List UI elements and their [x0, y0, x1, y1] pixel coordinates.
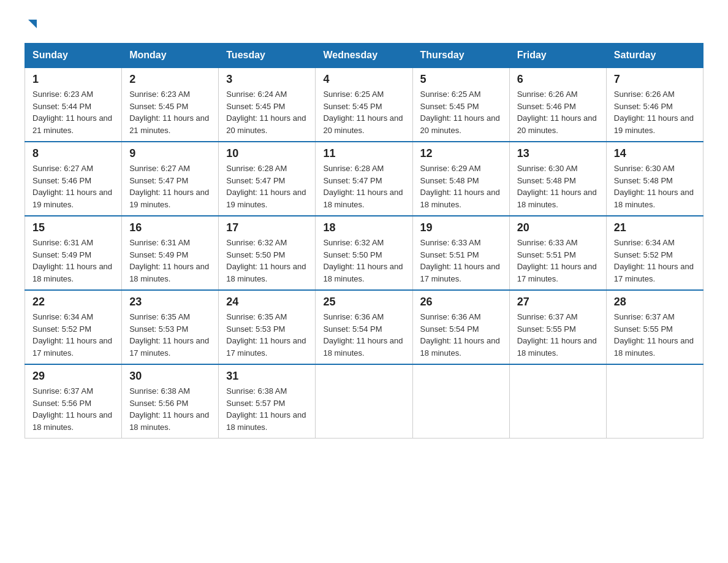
weekday-header-saturday: Saturday: [606, 44, 703, 68]
day-cell-9: 9Sunrise: 6:27 AMSunset: 5:47 PMDaylight…: [122, 142, 219, 216]
day-info: Sunrise: 6:30 AMSunset: 5:48 PMDaylight:…: [517, 163, 599, 210]
day-info: Sunrise: 6:37 AMSunset: 5:55 PMDaylight:…: [614, 311, 696, 359]
weekday-header-thursday: Thursday: [412, 44, 509, 68]
day-number: 25: [323, 296, 404, 308]
day-info: Sunrise: 6:38 AMSunset: 5:57 PMDaylight:…: [226, 385, 308, 433]
day-info: Sunrise: 6:37 AMSunset: 5:56 PMDaylight:…: [32, 385, 114, 433]
day-number: 20: [517, 221, 599, 234]
day-number: 17: [226, 221, 308, 234]
day-info: Sunrise: 6:23 AMSunset: 5:45 PMDaylight:…: [129, 88, 211, 136]
day-cell-23: 23Sunrise: 6:35 AMSunset: 5:53 PMDayligh…: [122, 290, 219, 364]
day-number: 6: [517, 73, 599, 86]
day-cell-14: 14Sunrise: 6:30 AMSunset: 5:48 PMDayligh…: [606, 142, 703, 216]
day-info: Sunrise: 6:23 AMSunset: 5:44 PMDaylight:…: [32, 88, 114, 136]
day-number: 28: [614, 296, 696, 308]
week-row-3: 15Sunrise: 6:31 AMSunset: 5:49 PMDayligh…: [25, 216, 703, 290]
day-info: Sunrise: 6:26 AMSunset: 5:46 PMDaylight:…: [614, 88, 696, 136]
day-number: 22: [32, 296, 114, 308]
page-header: [25, 18, 703, 31]
day-info: Sunrise: 6:30 AMSunset: 5:48 PMDaylight:…: [614, 163, 696, 210]
day-info: Sunrise: 6:35 AMSunset: 5:53 PMDaylight:…: [129, 311, 211, 359]
day-info: Sunrise: 6:28 AMSunset: 5:47 PMDaylight:…: [323, 163, 404, 210]
day-number: 2: [129, 73, 211, 86]
day-info: Sunrise: 6:27 AMSunset: 5:47 PMDaylight:…: [129, 163, 211, 210]
day-number: 29: [32, 370, 114, 383]
day-cell-26: 26Sunrise: 6:36 AMSunset: 5:54 PMDayligh…: [412, 290, 509, 364]
day-info: Sunrise: 6:29 AMSunset: 5:48 PMDaylight:…: [420, 163, 502, 210]
empty-cell: [606, 364, 703, 439]
day-info: Sunrise: 6:36 AMSunset: 5:54 PMDaylight:…: [323, 311, 404, 359]
day-number: 9: [129, 147, 211, 160]
day-cell-21: 21Sunrise: 6:34 AMSunset: 5:52 PMDayligh…: [606, 216, 703, 290]
day-number: 14: [614, 147, 696, 160]
week-row-5: 29Sunrise: 6:37 AMSunset: 5:56 PMDayligh…: [25, 364, 703, 439]
weekday-header-wednesday: Wednesday: [316, 44, 412, 68]
day-cell-18: 18Sunrise: 6:32 AMSunset: 5:50 PMDayligh…: [316, 216, 412, 290]
day-number: 27: [517, 296, 599, 308]
day-cell-24: 24Sunrise: 6:35 AMSunset: 5:53 PMDayligh…: [219, 290, 316, 364]
day-cell-10: 10Sunrise: 6:28 AMSunset: 5:47 PMDayligh…: [219, 142, 316, 216]
empty-cell: [412, 364, 509, 439]
day-cell-27: 27Sunrise: 6:37 AMSunset: 5:55 PMDayligh…: [509, 290, 606, 364]
day-info: Sunrise: 6:31 AMSunset: 5:49 PMDaylight:…: [32, 237, 114, 285]
day-cell-2: 2Sunrise: 6:23 AMSunset: 5:45 PMDaylight…: [122, 67, 219, 142]
day-number: 5: [420, 73, 502, 86]
week-row-2: 8Sunrise: 6:27 AMSunset: 5:46 PMDaylight…: [25, 142, 703, 216]
day-cell-19: 19Sunrise: 6:33 AMSunset: 5:51 PMDayligh…: [412, 216, 509, 290]
day-cell-3: 3Sunrise: 6:24 AMSunset: 5:45 PMDaylight…: [219, 67, 316, 142]
week-row-1: 1Sunrise: 6:23 AMSunset: 5:44 PMDaylight…: [25, 67, 703, 142]
day-number: 13: [517, 147, 599, 160]
weekday-header-row: SundayMondayTuesdayWednesdayThursdayFrid…: [25, 44, 703, 68]
day-cell-28: 28Sunrise: 6:37 AMSunset: 5:55 PMDayligh…: [606, 290, 703, 364]
day-cell-20: 20Sunrise: 6:33 AMSunset: 5:51 PMDayligh…: [509, 216, 606, 290]
day-number: 23: [129, 296, 211, 308]
weekday-header-sunday: Sunday: [25, 44, 122, 68]
day-info: Sunrise: 6:35 AMSunset: 5:53 PMDaylight:…: [226, 311, 308, 359]
day-number: 31: [226, 370, 308, 383]
day-cell-7: 7Sunrise: 6:26 AMSunset: 5:46 PMDaylight…: [606, 67, 703, 142]
weekday-header-monday: Monday: [122, 44, 219, 68]
svg-marker-0: [28, 20, 37, 28]
day-number: 7: [614, 73, 696, 86]
week-row-4: 22Sunrise: 6:34 AMSunset: 5:52 PMDayligh…: [25, 290, 703, 364]
day-cell-16: 16Sunrise: 6:31 AMSunset: 5:49 PMDayligh…: [122, 216, 219, 290]
day-info: Sunrise: 6:34 AMSunset: 5:52 PMDaylight:…: [614, 237, 696, 285]
day-number: 3: [226, 73, 308, 86]
day-number: 1: [32, 73, 114, 86]
day-number: 19: [420, 221, 502, 234]
day-number: 4: [323, 73, 404, 86]
day-number: 15: [32, 221, 114, 234]
day-number: 26: [420, 296, 502, 308]
day-number: 10: [226, 147, 308, 160]
day-info: Sunrise: 6:28 AMSunset: 5:47 PMDaylight:…: [226, 163, 308, 210]
day-cell-30: 30Sunrise: 6:38 AMSunset: 5:56 PMDayligh…: [122, 364, 219, 439]
day-info: Sunrise: 6:34 AMSunset: 5:52 PMDaylight:…: [32, 311, 114, 359]
empty-cell: [316, 364, 412, 439]
day-cell-4: 4Sunrise: 6:25 AMSunset: 5:45 PMDaylight…: [316, 67, 412, 142]
day-info: Sunrise: 6:37 AMSunset: 5:55 PMDaylight:…: [517, 311, 599, 359]
weekday-header-tuesday: Tuesday: [219, 44, 316, 68]
day-info: Sunrise: 6:32 AMSunset: 5:50 PMDaylight:…: [226, 237, 308, 285]
logo-arrow-icon: [26, 17, 39, 31]
day-cell-31: 31Sunrise: 6:38 AMSunset: 5:57 PMDayligh…: [219, 364, 316, 439]
day-number: 12: [420, 147, 502, 160]
day-info: Sunrise: 6:32 AMSunset: 5:50 PMDaylight:…: [323, 237, 404, 285]
day-number: 21: [614, 221, 696, 234]
day-info: Sunrise: 6:36 AMSunset: 5:54 PMDaylight:…: [420, 311, 502, 359]
day-cell-22: 22Sunrise: 6:34 AMSunset: 5:52 PMDayligh…: [25, 290, 122, 364]
day-info: Sunrise: 6:25 AMSunset: 5:45 PMDaylight:…: [323, 88, 404, 136]
logo: [25, 18, 39, 31]
day-number: 11: [323, 147, 404, 160]
day-info: Sunrise: 6:25 AMSunset: 5:45 PMDaylight:…: [420, 88, 502, 136]
day-cell-29: 29Sunrise: 6:37 AMSunset: 5:56 PMDayligh…: [25, 364, 122, 439]
day-cell-15: 15Sunrise: 6:31 AMSunset: 5:49 PMDayligh…: [25, 216, 122, 290]
day-cell-8: 8Sunrise: 6:27 AMSunset: 5:46 PMDaylight…: [25, 142, 122, 216]
day-info: Sunrise: 6:26 AMSunset: 5:46 PMDaylight:…: [517, 88, 599, 136]
day-info: Sunrise: 6:33 AMSunset: 5:51 PMDaylight:…: [517, 237, 599, 285]
day-cell-13: 13Sunrise: 6:30 AMSunset: 5:48 PMDayligh…: [509, 142, 606, 216]
day-number: 16: [129, 221, 211, 234]
empty-cell: [509, 364, 606, 439]
day-cell-11: 11Sunrise: 6:28 AMSunset: 5:47 PMDayligh…: [316, 142, 412, 216]
day-number: 30: [129, 370, 211, 383]
day-number: 18: [323, 221, 404, 234]
